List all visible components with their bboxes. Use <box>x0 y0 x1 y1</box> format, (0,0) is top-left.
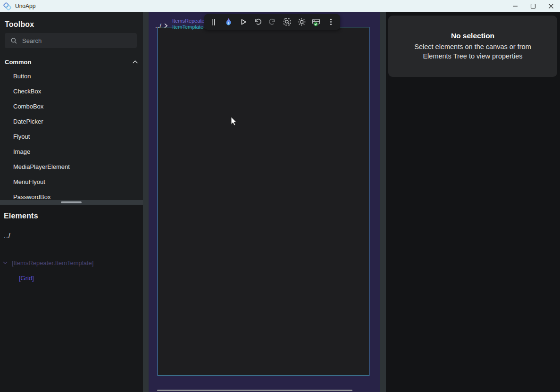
no-selection-message-line1: Select elements on the canvas or from <box>414 42 531 51</box>
chevron-down-icon[interactable] <box>3 261 8 265</box>
elements-panel: Elements ../ [ItemsRepeater.ItemTemplate… <box>0 205 143 392</box>
title-bar: UnoApp <box>0 0 560 12</box>
left-sidebar: Toolbox Common Button CheckBox ComboBox … <box>0 12 143 392</box>
uno-logo-icon <box>3 2 11 10</box>
toolbox-title: Toolbox <box>5 20 34 29</box>
toolbox-item-list: Button CheckBox ComboBox DatePicker Flyo… <box>0 69 143 205</box>
right-panel-gutter <box>380 12 386 392</box>
toolbox-search[interactable] <box>5 33 137 48</box>
dev-server-connected-icon[interactable] <box>311 17 321 27</box>
selected-element-label[interactable]: ItemsRepeater <box>172 18 206 24</box>
toolbox-item-image[interactable]: Image <box>0 144 143 159</box>
toolbox-item-checkbox[interactable]: CheckBox <box>0 84 143 99</box>
play-button[interactable] <box>238 17 248 27</box>
selected-part-label[interactable]: ItemTemplate <box>172 24 206 30</box>
elements-title: Elements <box>4 212 38 220</box>
toolbox-item-mediaplayerelement[interactable]: MediaPlayerElement <box>0 159 143 175</box>
theme-light-icon[interactable] <box>297 17 306 27</box>
toolbox-section-common[interactable]: Common <box>5 57 138 67</box>
toolbox-panel: Toolbox Common Button CheckBox ComboBox … <box>0 12 143 200</box>
breadcrumb-up-label[interactable]: ../ <box>155 22 162 29</box>
search-icon <box>10 37 17 44</box>
close-button[interactable] <box>542 0 560 12</box>
redo-button[interactable] <box>267 17 277 27</box>
tree-item-grid[interactable]: [Grid] <box>0 272 143 284</box>
splitter-grip <box>61 201 82 203</box>
toolbar-drag-handle[interactable] <box>209 17 218 27</box>
toolbox-item-datepicker[interactable]: DatePicker <box>0 114 143 129</box>
minimize-button[interactable] <box>506 0 524 12</box>
toolbox-item-button[interactable]: Button <box>0 69 143 84</box>
search-input[interactable] <box>22 37 126 44</box>
no-selection-title: No selection <box>451 32 494 40</box>
no-selection-card: No selection Select elements on the canv… <box>388 16 557 77</box>
canvas-element-labels: ItemsRepeater ItemTemplate <box>172 18 206 30</box>
canvas-breadcrumb[interactable]: ../ <box>155 22 168 29</box>
chevron-right-icon <box>164 23 168 28</box>
horizontal-scrollbar-thumb[interactable] <box>157 390 352 391</box>
itemtemplate-selection-rect[interactable] <box>158 27 369 376</box>
tree-item-label: [ItemsRepeater.ItemTemplate] <box>12 259 93 267</box>
elements-breadcrumb-up[interactable]: ../ <box>4 232 11 240</box>
left-panel-gutter <box>143 12 149 392</box>
panel-splitter[interactable] <box>0 200 143 205</box>
tree-item-itemsrepeater-itemtemplate[interactable]: [ItemsRepeater.ItemTemplate] <box>0 257 143 268</box>
inspect-element-icon[interactable] <box>282 17 292 27</box>
undo-button[interactable] <box>253 17 262 27</box>
app-title: UnoApp <box>15 3 35 9</box>
mouse-cursor <box>231 117 239 127</box>
design-canvas[interactable]: ../ ItemsRepeater ItemTemplate <box>149 12 380 392</box>
properties-panel: No selection Select elements on the canv… <box>386 12 560 392</box>
floating-toolbar <box>204 14 340 30</box>
maximize-button[interactable] <box>524 0 542 12</box>
section-label: Common <box>5 58 31 66</box>
chevron-up-icon <box>132 60 138 64</box>
hot-design-flame-icon[interactable] <box>224 17 233 27</box>
toolbox-item-combobox[interactable]: ComboBox <box>0 99 143 114</box>
toolbox-item-flyout[interactable]: Flyout <box>0 129 143 144</box>
more-menu-icon[interactable] <box>326 17 335 27</box>
toolbox-item-menuflyout[interactable]: MenuFlyout <box>0 175 143 190</box>
tree-item-label: [Grid] <box>19 275 34 282</box>
no-selection-message-line2: Elements Tree to view properties <box>423 51 522 61</box>
